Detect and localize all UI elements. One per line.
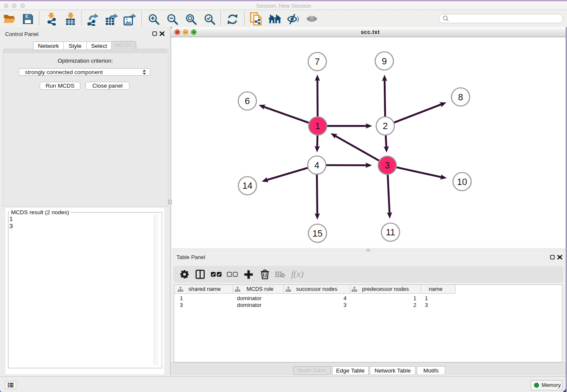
svg-text:7: 7 <box>315 57 320 67</box>
svg-text:9: 9 <box>382 56 387 66</box>
svg-text:6: 6 <box>245 96 250 106</box>
svg-text:11: 11 <box>386 227 395 237</box>
svg-text:14: 14 <box>242 181 253 191</box>
svg-text:8: 8 <box>458 92 463 102</box>
svg-text:4: 4 <box>314 160 319 171</box>
svg-text:1: 1 <box>315 121 320 131</box>
svg-text:3: 3 <box>385 160 390 171</box>
svg-text:10: 10 <box>457 177 467 187</box>
svg-text:2: 2 <box>383 121 388 131</box>
svg-text:15: 15 <box>312 229 322 239</box>
